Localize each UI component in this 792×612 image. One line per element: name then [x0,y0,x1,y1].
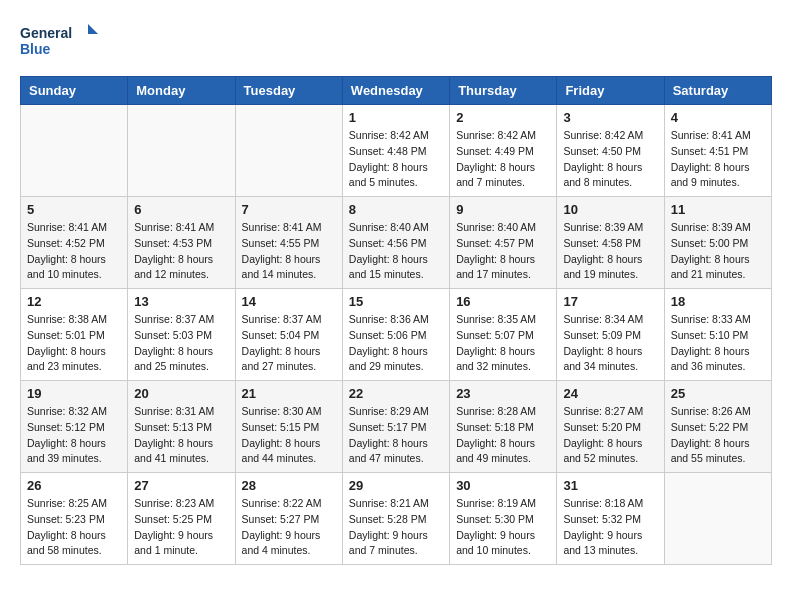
calendar-cell: 5Sunrise: 8:41 AM Sunset: 4:52 PM Daylig… [21,197,128,289]
day-info: Sunrise: 8:37 AM Sunset: 5:03 PM Dayligh… [134,312,228,375]
calendar-cell: 4Sunrise: 8:41 AM Sunset: 4:51 PM Daylig… [664,105,771,197]
day-info: Sunrise: 8:28 AM Sunset: 5:18 PM Dayligh… [456,404,550,467]
weekday-header: Saturday [664,77,771,105]
calendar-week-row: 26Sunrise: 8:25 AM Sunset: 5:23 PM Dayli… [21,473,772,565]
svg-marker-2 [88,24,98,34]
calendar-cell: 13Sunrise: 8:37 AM Sunset: 5:03 PM Dayli… [128,289,235,381]
day-number: 13 [134,294,228,309]
calendar-cell: 9Sunrise: 8:40 AM Sunset: 4:57 PM Daylig… [450,197,557,289]
day-info: Sunrise: 8:41 AM Sunset: 4:53 PM Dayligh… [134,220,228,283]
logo-icon: General Blue [20,20,100,60]
calendar-cell [21,105,128,197]
day-number: 16 [456,294,550,309]
day-info: Sunrise: 8:40 AM Sunset: 4:57 PM Dayligh… [456,220,550,283]
day-info: Sunrise: 8:39 AM Sunset: 5:00 PM Dayligh… [671,220,765,283]
day-info: Sunrise: 8:25 AM Sunset: 5:23 PM Dayligh… [27,496,121,559]
day-info: Sunrise: 8:23 AM Sunset: 5:25 PM Dayligh… [134,496,228,559]
calendar-cell: 28Sunrise: 8:22 AM Sunset: 5:27 PM Dayli… [235,473,342,565]
calendar-cell: 6Sunrise: 8:41 AM Sunset: 4:53 PM Daylig… [128,197,235,289]
weekday-header: Friday [557,77,664,105]
calendar-cell: 11Sunrise: 8:39 AM Sunset: 5:00 PM Dayli… [664,197,771,289]
calendar-cell: 22Sunrise: 8:29 AM Sunset: 5:17 PM Dayli… [342,381,449,473]
day-number: 1 [349,110,443,125]
calendar-cell: 21Sunrise: 8:30 AM Sunset: 5:15 PM Dayli… [235,381,342,473]
weekday-header-row: SundayMondayTuesdayWednesdayThursdayFrid… [21,77,772,105]
calendar-cell: 24Sunrise: 8:27 AM Sunset: 5:20 PM Dayli… [557,381,664,473]
calendar-cell: 3Sunrise: 8:42 AM Sunset: 4:50 PM Daylig… [557,105,664,197]
calendar-cell: 25Sunrise: 8:26 AM Sunset: 5:22 PM Dayli… [664,381,771,473]
day-info: Sunrise: 8:19 AM Sunset: 5:30 PM Dayligh… [456,496,550,559]
day-info: Sunrise: 8:39 AM Sunset: 4:58 PM Dayligh… [563,220,657,283]
day-info: Sunrise: 8:32 AM Sunset: 5:12 PM Dayligh… [27,404,121,467]
weekday-header: Tuesday [235,77,342,105]
day-info: Sunrise: 8:36 AM Sunset: 5:06 PM Dayligh… [349,312,443,375]
day-number: 8 [349,202,443,217]
day-info: Sunrise: 8:33 AM Sunset: 5:10 PM Dayligh… [671,312,765,375]
calendar-cell: 14Sunrise: 8:37 AM Sunset: 5:04 PM Dayli… [235,289,342,381]
calendar-cell: 26Sunrise: 8:25 AM Sunset: 5:23 PM Dayli… [21,473,128,565]
day-number: 24 [563,386,657,401]
weekday-header: Monday [128,77,235,105]
calendar-cell: 20Sunrise: 8:31 AM Sunset: 5:13 PM Dayli… [128,381,235,473]
day-info: Sunrise: 8:27 AM Sunset: 5:20 PM Dayligh… [563,404,657,467]
day-number: 27 [134,478,228,493]
day-info: Sunrise: 8:26 AM Sunset: 5:22 PM Dayligh… [671,404,765,467]
calendar-week-row: 19Sunrise: 8:32 AM Sunset: 5:12 PM Dayli… [21,381,772,473]
day-number: 17 [563,294,657,309]
calendar-cell: 15Sunrise: 8:36 AM Sunset: 5:06 PM Dayli… [342,289,449,381]
day-number: 5 [27,202,121,217]
calendar-cell: 12Sunrise: 8:38 AM Sunset: 5:01 PM Dayli… [21,289,128,381]
day-info: Sunrise: 8:21 AM Sunset: 5:28 PM Dayligh… [349,496,443,559]
day-number: 3 [563,110,657,125]
day-number: 2 [456,110,550,125]
calendar-cell: 2Sunrise: 8:42 AM Sunset: 4:49 PM Daylig… [450,105,557,197]
day-info: Sunrise: 8:37 AM Sunset: 5:04 PM Dayligh… [242,312,336,375]
calendar-cell [128,105,235,197]
calendar-cell: 10Sunrise: 8:39 AM Sunset: 4:58 PM Dayli… [557,197,664,289]
day-number: 21 [242,386,336,401]
day-info: Sunrise: 8:40 AM Sunset: 4:56 PM Dayligh… [349,220,443,283]
calendar-cell: 30Sunrise: 8:19 AM Sunset: 5:30 PM Dayli… [450,473,557,565]
day-info: Sunrise: 8:41 AM Sunset: 4:51 PM Dayligh… [671,128,765,191]
day-info: Sunrise: 8:41 AM Sunset: 4:55 PM Dayligh… [242,220,336,283]
day-number: 31 [563,478,657,493]
day-number: 28 [242,478,336,493]
day-info: Sunrise: 8:42 AM Sunset: 4:48 PM Dayligh… [349,128,443,191]
day-info: Sunrise: 8:30 AM Sunset: 5:15 PM Dayligh… [242,404,336,467]
calendar-cell: 23Sunrise: 8:28 AM Sunset: 5:18 PM Dayli… [450,381,557,473]
day-number: 12 [27,294,121,309]
calendar-cell: 27Sunrise: 8:23 AM Sunset: 5:25 PM Dayli… [128,473,235,565]
weekday-header: Wednesday [342,77,449,105]
calendar-table: SundayMondayTuesdayWednesdayThursdayFrid… [20,76,772,565]
day-number: 11 [671,202,765,217]
day-info: Sunrise: 8:41 AM Sunset: 4:52 PM Dayligh… [27,220,121,283]
day-number: 6 [134,202,228,217]
day-number: 7 [242,202,336,217]
calendar-cell: 31Sunrise: 8:18 AM Sunset: 5:32 PM Dayli… [557,473,664,565]
weekday-header: Thursday [450,77,557,105]
day-info: Sunrise: 8:42 AM Sunset: 4:50 PM Dayligh… [563,128,657,191]
logo: General Blue [20,20,100,60]
calendar-cell: 18Sunrise: 8:33 AM Sunset: 5:10 PM Dayli… [664,289,771,381]
day-number: 20 [134,386,228,401]
day-number: 30 [456,478,550,493]
svg-text:Blue: Blue [20,41,51,57]
day-number: 14 [242,294,336,309]
calendar-cell: 16Sunrise: 8:35 AM Sunset: 5:07 PM Dayli… [450,289,557,381]
day-number: 4 [671,110,765,125]
calendar-cell: 17Sunrise: 8:34 AM Sunset: 5:09 PM Dayli… [557,289,664,381]
day-info: Sunrise: 8:34 AM Sunset: 5:09 PM Dayligh… [563,312,657,375]
calendar-cell: 29Sunrise: 8:21 AM Sunset: 5:28 PM Dayli… [342,473,449,565]
day-number: 15 [349,294,443,309]
day-number: 23 [456,386,550,401]
day-info: Sunrise: 8:42 AM Sunset: 4:49 PM Dayligh… [456,128,550,191]
weekday-header: Sunday [21,77,128,105]
day-info: Sunrise: 8:22 AM Sunset: 5:27 PM Dayligh… [242,496,336,559]
day-number: 29 [349,478,443,493]
day-number: 26 [27,478,121,493]
day-number: 18 [671,294,765,309]
calendar-cell: 8Sunrise: 8:40 AM Sunset: 4:56 PM Daylig… [342,197,449,289]
calendar-cell [235,105,342,197]
day-info: Sunrise: 8:18 AM Sunset: 5:32 PM Dayligh… [563,496,657,559]
page-header: General Blue [20,20,772,60]
